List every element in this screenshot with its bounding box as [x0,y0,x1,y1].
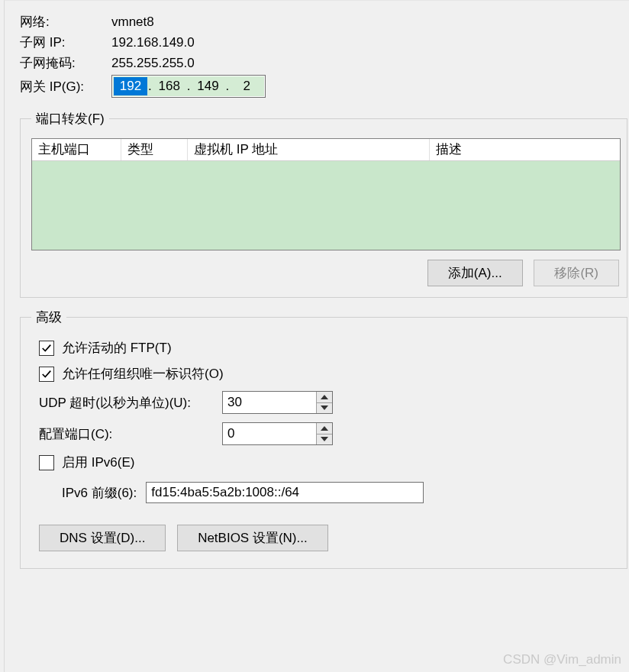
port-forward-body[interactable] [32,161,620,250]
udp-timeout-up[interactable] [317,392,332,403]
port-forward-legend: 端口转发(F) [31,110,109,128]
subnet-ip-label: 子网 IP: [20,32,111,53]
port-forward-header: 主机端口 类型 虚拟机 IP 地址 描述 [32,139,620,161]
subnet-ip-value: 192.168.149.0 [111,32,266,53]
col-host-port[interactable]: 主机端口 [32,139,121,160]
enable-ipv6-label: 启用 IPv6(E) [62,454,134,471]
netbios-settings-button[interactable]: NetBIOS 设置(N)... [177,525,328,551]
gateway-octet-1[interactable]: 192 [114,77,147,95]
network-info: 网络: vmnet8 子网 IP: 192.168.149.0 子网掩码: 25… [20,11,266,99]
udp-timeout-spinner[interactable] [222,391,333,414]
network-label: 网络: [20,11,111,32]
col-desc[interactable]: 描述 [430,139,620,160]
port-forward-group: 端口转发(F) 主机端口 类型 虚拟机 IP 地址 描述 添加(A)... 移除… [20,110,627,298]
check-icon [41,343,52,354]
ipv6-prefix-label: IPv6 前缀(6): [62,484,137,502]
dns-settings-button[interactable]: DNS 设置(D)... [39,525,166,551]
add-button[interactable]: 添加(A)... [427,260,523,286]
subnet-mask-value: 255.255.255.0 [111,53,266,73]
gateway-octet-3[interactable]: 149 [191,77,224,95]
gateway-ip-input[interactable]: 192 . 168 . 149 . 2 [111,75,266,98]
chevron-down-icon [321,405,328,410]
col-type[interactable]: 类型 [121,139,188,160]
advanced-legend: 高级 [31,309,66,326]
check-icon [41,369,52,380]
config-port-spinner[interactable] [222,422,333,445]
chevron-down-icon [321,437,328,441]
network-value: vmnet8 [111,11,266,32]
advanced-group: 高级 允许活动的 FTP(T) 允许任何组织唯一标识符(O) UDP 超时(以秒… [20,309,627,569]
gateway-octet-2[interactable]: 168 [153,77,186,95]
config-port-down[interactable] [317,435,332,445]
gateway-octet-4[interactable]: 2 [230,77,263,95]
udp-timeout-label: UDP 超时(以秒为单位)(U): [39,394,222,412]
col-vm-ip[interactable]: 虚拟机 IP 地址 [188,139,430,160]
chevron-up-icon [321,395,328,399]
remove-button: 移除(R) [534,260,619,286]
config-port-label: 配置端口(C): [39,425,222,443]
config-port-input[interactable] [223,423,316,444]
allow-any-oui-label: 允许任何组织唯一标识符(O) [62,365,224,383]
udp-timeout-down[interactable] [317,403,332,414]
config-port-up[interactable] [317,423,332,435]
enable-ipv6-checkbox[interactable] [39,455,54,470]
gateway-ip-label: 网关 IP(G): [20,73,111,99]
ipv6-prefix-input[interactable] [146,482,424,503]
subnet-mask-label: 子网掩码: [20,53,111,73]
allow-active-ftp-checkbox[interactable] [39,341,54,356]
watermark: CSDN @Vim_admin [503,652,621,667]
chevron-up-icon [321,426,328,431]
allow-active-ftp-label: 允许活动的 FTP(T) [62,339,172,357]
allow-any-oui-checkbox[interactable] [39,367,54,382]
port-forward-table[interactable]: 主机端口 类型 虚拟机 IP 地址 描述 [31,138,621,250]
udp-timeout-input[interactable] [223,392,316,413]
